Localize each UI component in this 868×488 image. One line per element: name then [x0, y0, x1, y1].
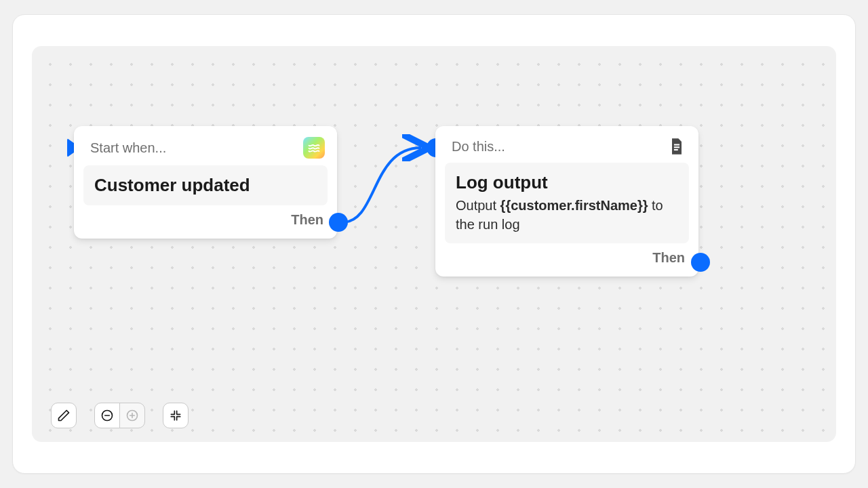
workflow-canvas[interactable]: Start when... Customer updated Then — [32, 46, 836, 442]
zoom-out-button[interactable] — [94, 403, 120, 428]
edit-button[interactable] — [51, 403, 77, 428]
svg-rect-1 — [674, 146, 679, 148]
node-title: Log output — [456, 172, 678, 193]
action-node[interactable]: Do this... Log output Output {{customer.… — [435, 126, 698, 277]
then-label: Then — [652, 250, 685, 266]
node-header-label: Do this... — [452, 139, 505, 155]
canvas-toolbar — [51, 403, 189, 428]
svg-rect-0 — [674, 144, 679, 146]
document-icon — [667, 137, 686, 156]
workflow-editor-panel: Start when... Customer updated Then — [12, 14, 856, 474]
node-body: Customer updated — [83, 165, 328, 205]
minus-circle-icon — [100, 409, 114, 422]
desc-text: Output — [456, 198, 500, 213]
zoom-button-group — [94, 403, 145, 428]
connector-wire — [32, 46, 836, 442]
pencil-icon — [57, 409, 71, 422]
zoom-in-button — [119, 403, 145, 428]
svg-rect-2 — [674, 149, 678, 150]
node-body: Log output Output {{customer.firstName}}… — [445, 163, 689, 243]
fit-screen-button[interactable] — [163, 403, 189, 428]
node-then-row: Then — [83, 212, 328, 228]
node-title: Customer updated — [94, 175, 317, 196]
node-then-row: Then — [445, 250, 689, 266]
node-header-label: Start when... — [90, 140, 166, 156]
plus-circle-icon — [125, 409, 139, 422]
node-description: Output {{customer.firstName}} to the run… — [456, 196, 666, 234]
node-header: Start when... — [83, 136, 328, 165]
action-output-port[interactable] — [691, 253, 710, 272]
trigger-node[interactable]: Start when... Customer updated Then — [74, 126, 337, 239]
node-header: Do this... — [445, 136, 689, 163]
then-label: Then — [291, 212, 323, 228]
trigger-output-port[interactable] — [329, 213, 348, 232]
flow-app-icon — [303, 137, 325, 159]
desc-variable: {{customer.firstName}} — [500, 198, 648, 213]
minimize-icon — [169, 409, 182, 422]
